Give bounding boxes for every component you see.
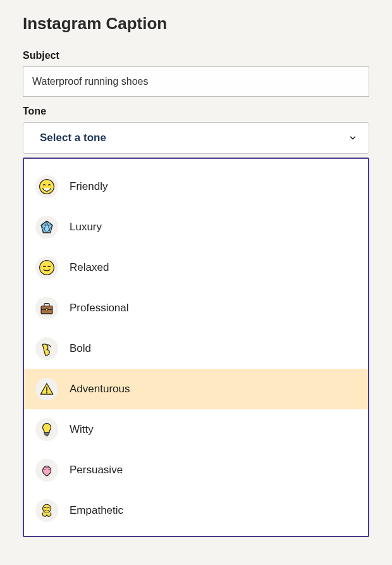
tone-select-trigger[interactable]: Select a tone xyxy=(23,122,369,154)
relaxed-icon xyxy=(35,256,58,279)
chevron-down-icon xyxy=(348,133,357,142)
friendly-icon xyxy=(35,175,58,198)
tone-option-label: Professional xyxy=(70,302,129,314)
tone-field: Tone Select a tone FriendlyLuxuryRelaxed… xyxy=(23,106,369,537)
subject-field: Subject xyxy=(23,50,369,97)
tone-option-label: Adventurous xyxy=(70,383,130,395)
tone-option-label: Friendly xyxy=(70,180,107,193)
tone-option-bold[interactable]: Bold xyxy=(24,328,368,369)
professional-icon xyxy=(35,297,58,320)
tone-label: Tone xyxy=(23,106,369,117)
tone-dropdown-panel: FriendlyLuxuryRelaxedProfessionalBoldAdv… xyxy=(23,158,369,537)
tone-option-professional[interactable]: Professional xyxy=(24,288,368,328)
svg-marker-1 xyxy=(41,221,52,233)
subject-input[interactable] xyxy=(23,66,369,97)
tone-option-friendly[interactable]: Friendly xyxy=(24,166,368,207)
empathetic-icon xyxy=(35,499,58,522)
tone-option-witty[interactable]: Witty xyxy=(24,409,368,450)
svg-rect-7 xyxy=(46,309,47,311)
witty-icon xyxy=(35,418,58,441)
svg-rect-11 xyxy=(45,433,49,435)
subject-label: Subject xyxy=(23,50,369,61)
tone-option-luxury[interactable]: Luxury xyxy=(24,207,368,247)
tone-option-label: Witty xyxy=(70,423,94,436)
svg-point-13 xyxy=(43,504,51,512)
tone-option-label: Relaxed xyxy=(70,261,109,274)
adventurous-icon xyxy=(35,378,58,400)
tone-option-persuasive[interactable]: Persuasive xyxy=(24,450,368,490)
tone-placeholder: Select a tone xyxy=(40,132,106,144)
luxury-icon xyxy=(35,216,58,239)
svg-point-10 xyxy=(46,392,47,394)
tone-option-adventurous[interactable]: Adventurous xyxy=(24,369,368,409)
page-title: Instagram Caption xyxy=(23,14,369,34)
tone-option-label: Persuasive xyxy=(70,464,123,476)
svg-point-0 xyxy=(40,180,54,194)
tone-option-label: Luxury xyxy=(70,221,102,233)
tone-option-empathetic[interactable]: Empathetic xyxy=(24,490,368,531)
persuasive-icon xyxy=(35,459,58,481)
tone-option-relaxed[interactable]: Relaxed xyxy=(24,247,368,288)
bold-icon xyxy=(35,337,58,360)
tone-option-label: Bold xyxy=(70,342,91,355)
svg-point-4 xyxy=(40,261,54,275)
tone-option-label: Empathetic xyxy=(70,504,123,517)
